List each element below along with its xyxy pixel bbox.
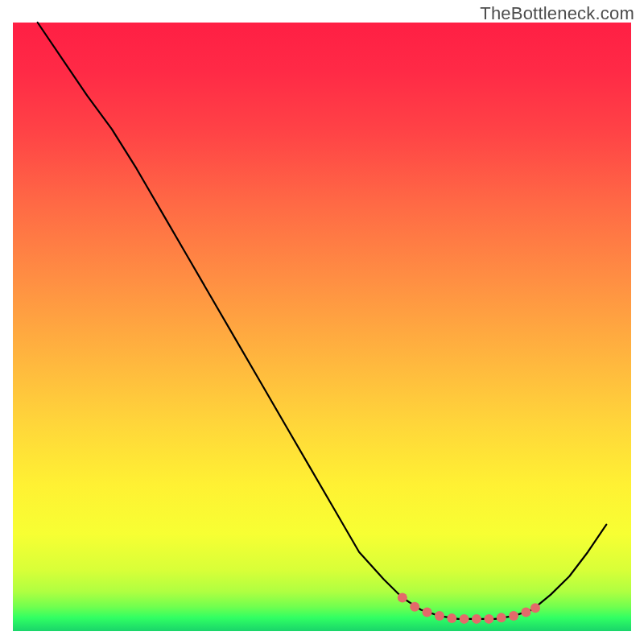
optimal-point xyxy=(472,614,481,624)
optimal-point xyxy=(530,603,540,613)
optimal-point xyxy=(460,614,469,624)
optimal-point xyxy=(398,592,407,602)
optimal-point xyxy=(410,602,419,612)
chart-container xyxy=(0,0,644,644)
optimal-point xyxy=(447,613,456,623)
optimal-point xyxy=(423,608,432,617)
bottleneck-curve-chart xyxy=(0,0,644,644)
gradient-background xyxy=(13,23,631,631)
optimal-point xyxy=(497,613,506,622)
optimal-point xyxy=(509,611,518,621)
optimal-point xyxy=(521,608,530,617)
watermark-text: TheBottleneck.com xyxy=(480,3,634,24)
optimal-point xyxy=(484,614,493,624)
optimal-point xyxy=(435,611,444,621)
